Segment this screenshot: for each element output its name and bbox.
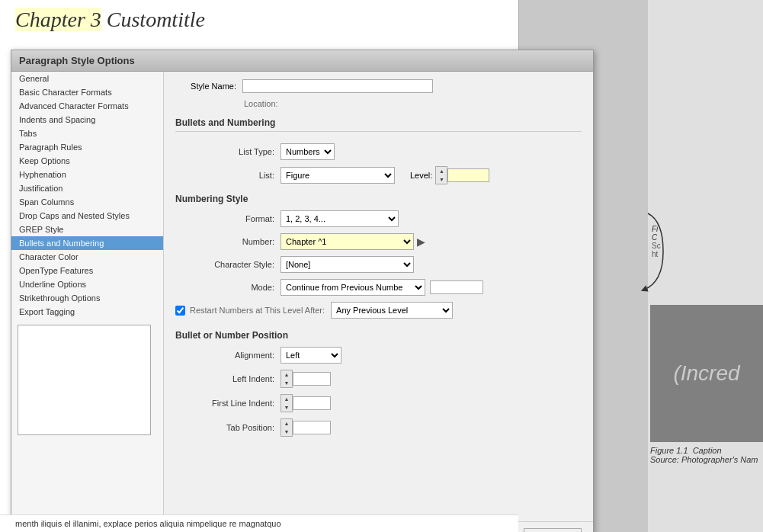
position-section-title: Bullet or Number Position xyxy=(175,330,582,341)
level-down-button[interactable]: ▼ xyxy=(436,175,447,184)
figure-source: Source: Photographer's Nam xyxy=(650,455,758,464)
list-select[interactable]: Figure xyxy=(281,167,395,184)
tab-position-up[interactable]: ▲ xyxy=(281,419,292,428)
format-row: Format: 1, 2, 3, 4... xyxy=(175,210,582,227)
level-spinner[interactable]: ▲ ▼ xyxy=(435,166,447,184)
style-name-input[interactable]: Heading0 xyxy=(242,79,433,93)
left-indent-spinner-group: ▲ ▼ 0p0 xyxy=(281,370,331,388)
char-style-select[interactable]: [None] xyxy=(281,256,414,273)
figure-caption-label: Figure 1.1 xyxy=(650,446,688,455)
left-indent-input[interactable]: 0p0 xyxy=(293,372,331,386)
restart-label: Restart Numbers at This Level After: xyxy=(190,306,325,315)
tab-position-label: Tab Position: xyxy=(175,423,274,432)
figure-text: (Incred xyxy=(673,361,739,386)
dialog-body: General Basic Character Formats Advanced… xyxy=(11,72,593,521)
dialog-titlebar: Paragraph Style Options xyxy=(11,50,593,72)
right-text-line1: FiC xyxy=(652,225,751,242)
list-type-select[interactable]: Numbers xyxy=(281,143,335,160)
mode-row: Mode: Continue from Previous Numbe 1 xyxy=(175,279,582,296)
left-indent-down[interactable]: ▼ xyxy=(281,379,292,387)
list-label: List: xyxy=(175,171,274,180)
first-line-up[interactable]: ▲ xyxy=(281,395,292,403)
numbering-section: Numbering Style Format: 1, 2, 3, 4... Nu… xyxy=(175,194,582,319)
format-select[interactable]: 1, 2, 3, 4... xyxy=(281,210,399,227)
chapter-title: Chapter 3 Customtitle xyxy=(15,8,205,32)
bottom-text: menth iliquis el illanimi, explace perio… xyxy=(0,514,518,532)
restart-row: Restart Numbers at This Level After: Any… xyxy=(175,302,582,319)
first-line-down[interactable]: ▼ xyxy=(281,403,292,412)
list-type-row: List Type: Numbers xyxy=(175,143,582,160)
sidebar-item-drop-caps[interactable]: Drop Caps and Nested Styles xyxy=(11,209,163,223)
sidebar-item-advanced-char[interactable]: Advanced Character Formats xyxy=(11,99,163,113)
chapter-title-rest: Customtitle xyxy=(101,8,205,31)
format-label: Format: xyxy=(175,214,274,223)
sidebar-item-para-rules[interactable]: Paragraph Rules xyxy=(11,140,163,154)
sidebar-item-justification[interactable]: Justification xyxy=(11,181,163,195)
level-label: Level: xyxy=(410,171,432,180)
paragraph-style-dialog: Paragraph Style Options General Basic Ch… xyxy=(11,50,594,532)
sidebar: General Basic Character Formats Advanced… xyxy=(11,72,164,521)
mode-text-input[interactable]: 1 xyxy=(430,280,483,294)
first-line-spinner[interactable]: ▲ ▼ xyxy=(281,394,293,412)
level-input[interactable]: 1 xyxy=(447,168,489,182)
mode-label: Mode: xyxy=(175,283,274,292)
sidebar-item-keep-options[interactable]: Keep Options xyxy=(11,154,163,168)
numbering-style-title: Numbering Style xyxy=(175,194,582,204)
mode-select[interactable]: Continue from Previous Numbe xyxy=(281,279,425,296)
restart-select[interactable]: Any Previous Level xyxy=(331,302,453,319)
first-line-input[interactable]: 0p0 xyxy=(293,396,331,410)
sidebar-item-general[interactable]: General xyxy=(11,72,163,85)
main-content: Style Name: Heading0 Location: Bullets a… xyxy=(164,72,593,521)
right-side-text: FiC Scht xyxy=(652,225,751,258)
sidebar-item-hyphenation[interactable]: Hyphenation xyxy=(11,168,163,181)
left-indent-label: Left Indent: xyxy=(175,374,274,383)
figure-image: (Incred xyxy=(650,305,763,442)
sidebar-item-indents[interactable]: Indents and Spacing xyxy=(11,113,163,127)
sidebar-item-bullets-numbering[interactable]: Bullets and Numbering xyxy=(11,236,163,250)
number-select[interactable]: Chapter ^1 xyxy=(281,233,414,250)
tab-position-spinner-group: ▲ ▼ 3p0 xyxy=(281,418,331,437)
tab-position-down[interactable]: ▼ xyxy=(281,428,292,436)
tab-position-input[interactable]: 3p0 xyxy=(293,421,331,434)
position-section: Bullet or Number Position Alignment: Lef… xyxy=(175,330,582,437)
left-indent-up[interactable]: ▲ xyxy=(281,370,292,379)
sidebar-item-char-color[interactable]: Character Color xyxy=(11,250,163,264)
style-name-label: Style Name: xyxy=(175,82,236,91)
left-indent-spinner[interactable]: ▲ ▼ xyxy=(281,370,293,388)
sidebar-item-underline[interactable]: Underline Options xyxy=(11,277,163,291)
right-text-line2: Scht xyxy=(652,242,751,258)
first-line-row: First Line Indent: ▲ ▼ 0p0 xyxy=(175,394,582,412)
list-level-row: List: Figure Level: ▲ ▼ 1 xyxy=(175,166,582,184)
char-style-label: Character Style: xyxy=(175,260,274,269)
preview-thumbnail xyxy=(18,325,151,435)
sidebar-item-span-columns[interactable]: Span Columns xyxy=(11,195,163,209)
cancel-button[interactable]: Cancel xyxy=(524,528,582,532)
bullets-numbering-section-title: Bullets and Numbering xyxy=(175,117,582,132)
location-row: Location: xyxy=(244,99,582,108)
figure-caption: Figure 1.1 Caption Source: Photographer'… xyxy=(650,446,758,464)
sidebar-item-strikethrough[interactable]: Strikethrough Options xyxy=(11,291,163,305)
sidebar-item-basic-char[interactable]: Basic Character Formats xyxy=(11,85,163,99)
alignment-select[interactable]: Left xyxy=(281,347,341,364)
tab-position-spinner[interactable]: ▲ ▼ xyxy=(281,418,293,437)
number-arrow-icon[interactable]: ▶ xyxy=(417,236,425,248)
figure-caption-title: Caption xyxy=(693,446,722,455)
alignment-row: Alignment: Left xyxy=(175,347,582,364)
number-label: Number: xyxy=(175,237,274,246)
dialog-title: Paragraph Style Options xyxy=(19,55,135,66)
sidebar-item-export-tagging[interactable]: Export Tagging xyxy=(11,305,163,319)
chapter-title-highlight: Chapter 3 xyxy=(15,8,101,31)
left-indent-row: Left Indent: ▲ ▼ 0p0 xyxy=(175,370,582,388)
location-label: Location: xyxy=(244,99,278,108)
tab-position-row: Tab Position: ▲ ▼ 3p0 xyxy=(175,418,582,437)
restart-checkbox[interactable] xyxy=(175,306,185,316)
style-name-row: Style Name: Heading0 xyxy=(175,79,582,93)
sidebar-item-grep[interactable]: GREP Style xyxy=(11,223,163,236)
sidebar-item-opentype[interactable]: OpenType Features xyxy=(11,264,163,277)
level-up-button[interactable]: ▲ xyxy=(436,167,447,175)
first-line-label: First Line Indent: xyxy=(175,399,274,408)
char-style-row: Character Style: [None] xyxy=(175,256,582,273)
alignment-label: Alignment: xyxy=(175,351,274,360)
sidebar-item-tabs[interactable]: Tabs xyxy=(11,127,163,140)
list-type-label: List Type: xyxy=(175,147,274,156)
